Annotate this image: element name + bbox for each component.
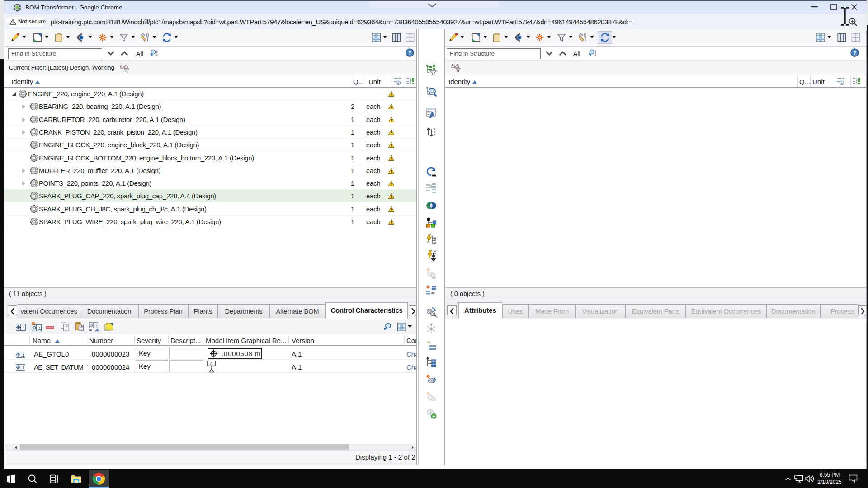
- svg-text:∞: ∞: [431, 290, 435, 296]
- svg-text:.1: .1: [21, 366, 25, 370]
- svg-text:+3: +3: [434, 314, 437, 318]
- svg-text:A: A: [210, 361, 213, 366]
- svg-text:.1: .1: [21, 353, 25, 357]
